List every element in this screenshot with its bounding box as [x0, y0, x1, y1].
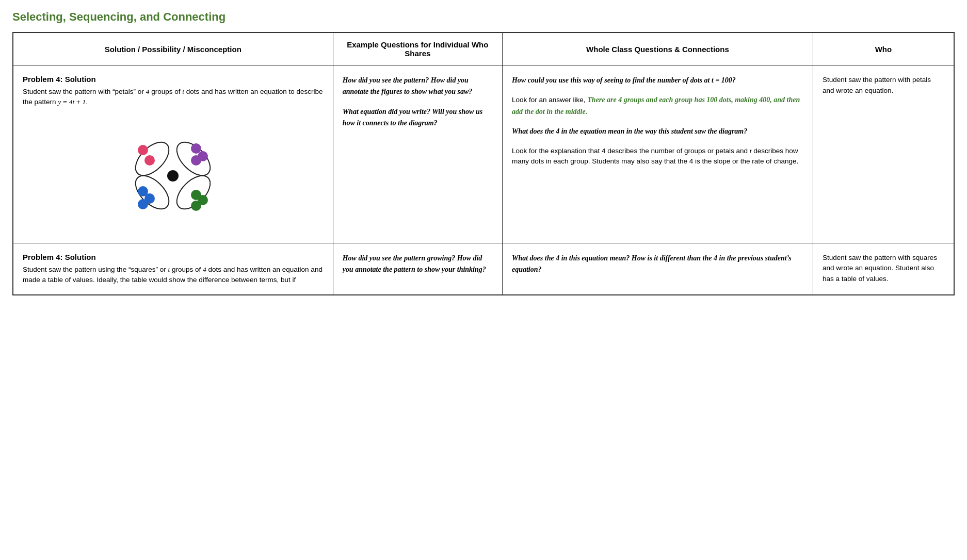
table-row: Problem 4: Solution Student saw the patt… [13, 243, 954, 295]
problem-title-2: Problem 4: Solution [23, 253, 324, 261]
header-whole-class: Whole Class Questions & Connections [502, 32, 813, 65]
example-q1-1: How did you see the pattern? How did you… [343, 75, 493, 98]
svg-point-4 [138, 145, 148, 155]
example-questions-cell-1: How did you see the pattern? How did you… [333, 65, 502, 243]
example-questions-cell-2: How did you see the pattern growing? How… [333, 243, 502, 295]
problem-text-1: Student saw the pattern with “petals” or… [23, 87, 324, 108]
whole-explanation-1: Look for the explanation that 4 describe… [512, 146, 803, 168]
svg-point-15 [167, 170, 179, 182]
whole-lookanswer-1: Look for an answer like, There are 4 gro… [512, 94, 803, 118]
header-who: Who [813, 32, 954, 65]
page-title: Selecting, Sequencing, and Connecting [12, 10, 955, 24]
header-solution: Solution / Possibility / Misconception [13, 32, 333, 65]
whole-class-cell-1: How could you use this way of seeing to … [502, 65, 813, 243]
svg-point-11 [138, 199, 148, 209]
problem-text-2: Student saw the pattern using the “squar… [23, 265, 324, 286]
example-q2-1: How did you see the pattern growing? How… [343, 253, 493, 276]
whole-class-cell-2: What does the 4 in this equation mean? H… [502, 243, 813, 295]
table-row: Problem 4: Solution Student saw the patt… [13, 65, 954, 243]
whole-q2-1: What does the 4 in this equation mean? H… [512, 253, 803, 276]
who-cell-2: Student saw the pattern with squares and… [813, 243, 954, 295]
green-answer-text: There are 4 groups and each group has 10… [512, 96, 800, 115]
table-header-row: Solution / Possibility / Misconception E… [13, 32, 954, 65]
flower-diagram [23, 115, 324, 234]
svg-point-5 [144, 155, 155, 166]
whole-q1-2: What does the 4 in the equation mean in … [512, 126, 803, 137]
solution-cell-1: Problem 4: Solution Student saw the patt… [13, 65, 333, 243]
problem-title-1: Problem 4: Solution [23, 75, 324, 84]
who-text-2: Student saw the pattern with squares and… [823, 253, 944, 285]
header-example-questions: Example Questions for Individual Who Sha… [333, 32, 502, 65]
who-cell-1: Student saw the pattern with petals and … [813, 65, 954, 243]
example-q1-2: What equation did you write? Will you sh… [343, 106, 493, 129]
who-text-1: Student saw the pattern with petals and … [823, 75, 944, 96]
svg-point-8 [191, 155, 201, 166]
main-table: Solution / Possibility / Misconception E… [12, 32, 955, 295]
solution-cell-2: Problem 4: Solution Student saw the patt… [13, 243, 333, 295]
svg-point-14 [191, 201, 201, 211]
whole-q1-1: How could you use this way of seeing to … [512, 75, 803, 86]
